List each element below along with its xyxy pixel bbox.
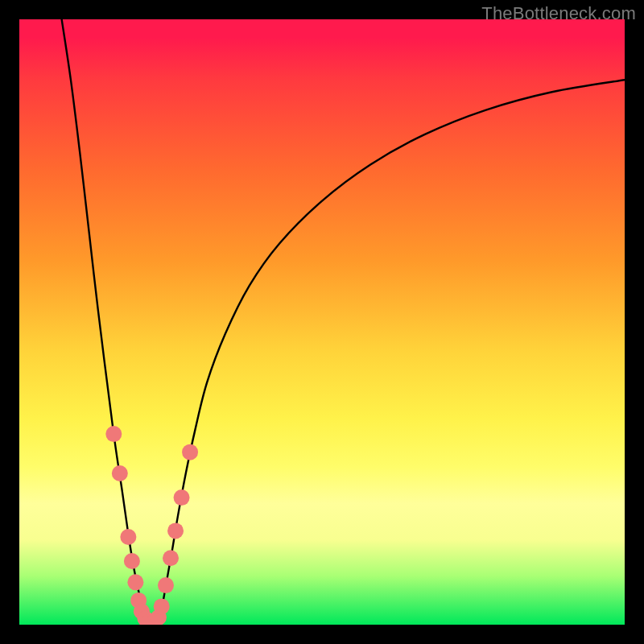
curve-layer (19, 19, 625, 625)
right-curve (159, 80, 625, 625)
data-marker (154, 598, 170, 614)
data-marker (120, 529, 136, 545)
data-marker (112, 465, 128, 481)
data-marker (163, 550, 179, 566)
plot-area (19, 19, 625, 625)
watermark-text: TheBottleneck.com (481, 3, 636, 24)
data-marker (105, 426, 122, 442)
chart-frame: TheBottleneck.com (0, 0, 644, 644)
data-marker (158, 577, 174, 593)
data-marker (174, 489, 190, 506)
data-marker (167, 522, 184, 539)
data-marker (127, 574, 143, 590)
data-marker (124, 553, 140, 569)
data-marker (182, 444, 198, 460)
